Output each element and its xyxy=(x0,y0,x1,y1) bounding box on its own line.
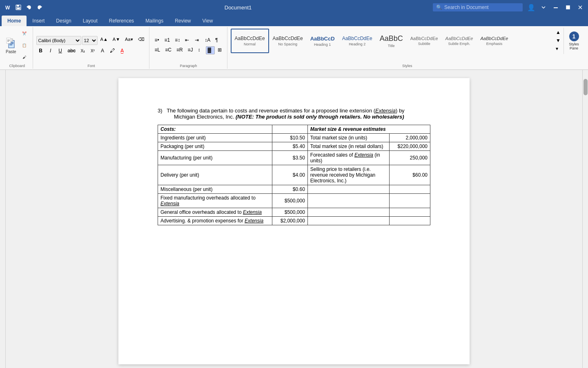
grow-font-button[interactable]: A▲ xyxy=(98,36,110,45)
packaging-value: $5.40 xyxy=(272,142,308,151)
increase-indent-button[interactable]: ⇥ xyxy=(193,36,202,45)
tab-view[interactable]: View xyxy=(197,16,219,26)
sort-button[interactable]: ↕A xyxy=(203,36,212,45)
scrollbar-thumb[interactable] xyxy=(584,79,588,95)
borders-button[interactable]: ⊞ xyxy=(216,46,225,54)
tab-home[interactable]: Home xyxy=(2,16,27,26)
note-text: (NOTE: The product is sold only through … xyxy=(236,114,404,120)
style-subtitle[interactable]: AaBbCcDdEe Subtitle xyxy=(407,29,442,53)
justify-button[interactable]: ≡J xyxy=(186,46,195,54)
font-color-button[interactable]: A̲ xyxy=(118,47,127,55)
shading-button[interactable]: ▓ xyxy=(206,46,215,54)
ribbon-collapse-button[interactable] xyxy=(540,4,547,11)
style-emphasis-preview: AaBbCcDdEe xyxy=(480,36,508,41)
search-container[interactable]: 🔍 xyxy=(433,3,523,11)
restore-button[interactable] xyxy=(564,4,572,11)
italic-button[interactable]: I xyxy=(46,47,55,55)
table-row: Advertising. & promotion expenses for Ex… xyxy=(158,217,430,225)
selling-price-value: $60.00 xyxy=(389,165,430,185)
table-row: Ingredients (per unit) $10.50 Total mark… xyxy=(158,134,430,142)
superscript-button[interactable]: X² xyxy=(88,47,97,55)
svg-text:W: W xyxy=(5,5,10,11)
styles-pane-button[interactable]: 1 Styles Pane xyxy=(564,28,584,54)
text-effects-button[interactable]: A xyxy=(98,47,107,55)
table-header-row: Costs: Market size & revenue estimates xyxy=(158,125,430,134)
font-group: Calibri (Body) 12 A▲ A▼ Aa▾ ⌫ B I U abc … xyxy=(34,27,149,69)
style-heading2[interactable]: AaBbCcDdEe Heading 2 xyxy=(339,29,376,53)
style-emphasis[interactable]: AaBbCcDdEe Emphasis xyxy=(477,29,512,53)
clear-format-button[interactable]: ⌫ xyxy=(136,36,147,45)
underline-button[interactable]: U xyxy=(56,47,65,55)
styles-scroll-down[interactable]: ▼ xyxy=(554,37,563,45)
strikethrough-button[interactable]: abc xyxy=(66,47,78,55)
align-left-button[interactable]: ≡L xyxy=(153,46,163,54)
style-normal[interactable]: AaBbCcDdEe Normal xyxy=(231,29,269,53)
decrease-indent-button[interactable]: ⇤ xyxy=(183,36,192,45)
paste-button[interactable]: Paste xyxy=(4,35,18,56)
shrink-font-button[interactable]: A▼ xyxy=(111,36,122,45)
styles-group-label: Styles xyxy=(402,63,412,68)
style-subtitle-label: Subtitle xyxy=(418,42,430,46)
manufacturing-label: Manufacturing (per unit) xyxy=(158,151,272,165)
paragraph-group-top: ≡• ≡1 ≡↕ ⇤ ⇥ ↕A ¶ ≡L ≡C ≡R ≡J ↕ ▓ ⊞ xyxy=(153,28,225,63)
font-group-label: Font xyxy=(88,63,95,68)
advertising-label: Advertising. & promotion expenses for Ex… xyxy=(158,217,272,225)
undo-button[interactable] xyxy=(25,4,33,11)
redo-button[interactable] xyxy=(36,4,43,11)
save-button[interactable] xyxy=(15,4,22,11)
font-name-select[interactable]: Calibri (Body) xyxy=(36,36,81,45)
search-input[interactable] xyxy=(433,3,523,11)
extensia-inline-2: Extensia xyxy=(160,201,179,206)
font-size-select[interactable]: 12 xyxy=(82,36,98,45)
style-heading2-label: Heading 2 xyxy=(349,42,365,46)
tab-layout[interactable]: Layout xyxy=(77,16,103,26)
doc-scroll[interactable]: 3) The following data pertain to costs a… xyxy=(6,70,582,368)
scrollbar-right[interactable] xyxy=(582,70,588,368)
copy-button[interactable]: 📋 xyxy=(19,40,30,51)
align-center-button[interactable]: ≡C xyxy=(163,46,174,54)
search-icon: 🔍 xyxy=(436,4,442,10)
line-spacing-button[interactable]: ↕ xyxy=(196,46,205,54)
delivery-value: $4.00 xyxy=(272,165,308,185)
subscript-button[interactable]: X₂ xyxy=(78,47,87,55)
numbering-button[interactable]: ≡1 xyxy=(163,36,172,45)
fixed-overhead-value: $500,000 xyxy=(272,194,308,208)
styles-more[interactable]: ▾ xyxy=(554,45,563,53)
word-icon[interactable]: W xyxy=(4,4,11,11)
minimize-button[interactable] xyxy=(552,4,559,11)
format-painter-button[interactable]: 🖌 xyxy=(19,52,30,63)
manufacturing-value: $3.50 xyxy=(272,151,308,165)
style-title-label: Title xyxy=(388,44,395,48)
empty-cell-2 xyxy=(389,185,430,194)
style-subtle-emph[interactable]: AaBbCcDdEe Subtle Emph. xyxy=(442,29,477,53)
tab-review[interactable]: Review xyxy=(169,16,196,26)
empty-cell-4 xyxy=(389,194,430,208)
multilevel-list-button[interactable]: ≡↕ xyxy=(173,36,182,45)
tabs-row: Home Insert Design Layout References Mai… xyxy=(0,15,588,26)
tab-references[interactable]: References xyxy=(103,16,140,26)
tab-mailings[interactable]: Mailings xyxy=(140,16,169,26)
tab-design[interactable]: Design xyxy=(50,16,77,26)
ribbon-content: Paste ✂️ 📋 🖌 Clipboard Calibri (Body) 12… xyxy=(0,26,588,70)
styles-scroll-up[interactable]: ▲ xyxy=(554,29,563,37)
tab-insert[interactable]: Insert xyxy=(27,16,50,26)
style-title[interactable]: AaBbC Title xyxy=(376,29,407,53)
align-right-button[interactable]: ≡R xyxy=(174,46,185,54)
bold-button[interactable]: B xyxy=(36,47,45,55)
highlight-button[interactable]: 🖍 xyxy=(108,47,117,55)
page[interactable]: 3) The following data pertain to costs a… xyxy=(118,78,470,364)
ingredients-value: $10.50 xyxy=(272,134,308,142)
user-icon[interactable]: 👤 xyxy=(528,4,535,11)
cut-button[interactable]: ✂️ xyxy=(19,28,30,39)
table-row: General office overheads allocated to Ex… xyxy=(158,208,430,217)
style-no-spacing[interactable]: AaBbCcDdEe No Spacing xyxy=(269,29,307,53)
svg-rect-16 xyxy=(7,40,10,40)
style-heading1-preview: AaBbCcD xyxy=(310,36,335,42)
show-marks-button[interactable]: ¶ xyxy=(213,36,222,45)
market-size-dollars-label: Total market size (in retail dollars) xyxy=(307,142,389,151)
change-case-button[interactable]: Aa▾ xyxy=(123,36,135,45)
bullets-button[interactable]: ≡• xyxy=(153,36,162,45)
style-heading1[interactable]: AaBbCcD Heading 1 xyxy=(307,29,339,53)
close-button[interactable] xyxy=(577,4,584,11)
paragraph-group-label: Paragraph xyxy=(180,63,197,68)
